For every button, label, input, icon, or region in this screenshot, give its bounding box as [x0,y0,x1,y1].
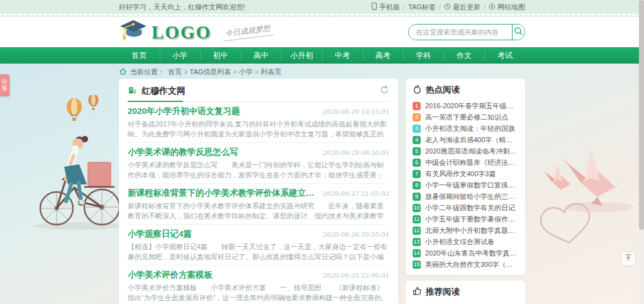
map-pin-icon [489,3,496,11]
rank-item-text: 老人与海读后感400字（精选3篇） [425,135,518,145]
rank-badge: 5 [413,147,421,155]
search-icon [514,26,523,38]
separator: / [403,3,405,11]
separator: / [484,3,486,11]
nav-item[interactable]: 中考 [322,47,363,64]
rank-list-item[interactable]: 2高一英语下册必修二知识点 [413,111,518,123]
nav-item[interactable]: 学科 [403,47,444,64]
scrollbar-track[interactable] [639,0,644,304]
rank-item-text: 高一英语下册必修二知识点 [425,113,508,122]
rank-item-text: 小学一年级寒假数学口算练习题三篇 [425,181,518,190]
topbar-link[interactable]: 网站地图 [489,3,525,12]
rank-badge: 10 [413,204,421,212]
search-button[interactable] [512,25,525,40]
rank-list-item[interactable]: 4老人与海读后感400字（精选3篇） [413,134,518,145]
nav-item[interactable]: 首页 [119,47,160,64]
rank-list-item[interactable]: 3小升初语文阅读：年轻的国旗 [413,123,518,134]
article-excerpt: 小学美术课的教学反思怎么写 美术是一门特别的学科，它能让学生学到绘画与制作的本领… [128,160,389,180]
article-title-link[interactable]: 新课程标准背景下的小学美术教学评价体系建立的实践与研究 [128,188,316,199]
hot-reading-card: 热点阅读 12016-2020年春学期五年级语文下期末模拟2高一英语下册必修二知… [406,79,525,275]
search-input[interactable] [409,25,512,40]
breadcrumb-separator: > [182,68,190,76]
clock-icon [444,3,451,11]
article-excerpt: 对于备战2017年小升初的同学来说,复习的好坏对小升初考试成绩的高低起着很大的影… [128,119,389,139]
article-title-link[interactable]: 小学美术课的教学反思怎么写 [128,147,238,158]
rank-item-text: 中级会计职称题库《经济法》检测题 [425,158,518,167]
site-logo[interactable]: LOGO 今日成就梦想 [119,19,273,45]
breadcrumb-link[interactable]: 首页 [168,68,182,76]
search-box [408,24,525,40]
rank-item-text: 小升初语文阅读：年轻的国旗 [425,124,515,133]
rank-list-item[interactable]: 9放暑假期间留给小学生的三年级英语作文范文 [413,191,518,202]
rank-list-item[interactable]: 7有关风雨作文400字3篇 [413,168,518,179]
nav-item[interactable]: 作文 [444,47,485,64]
article-item: 2020年小学升初中语文复习题2020-08-29 10:15:01对于备战20… [128,102,389,143]
rank-badge: 12 [413,227,421,235]
rank-badge: 9 [413,193,421,201]
nav-item[interactable]: 高中 [241,47,282,64]
rank-item-text: 美丽的大自然作文300字（精选3篇） [425,260,518,269]
rank-item-text: 2020雅思英语阅读临考冲刺试题附答案 [425,147,518,156]
nav-item[interactable]: 考试 [484,47,525,64]
rank-badge: 7 [413,170,421,178]
page-background: 分享 当前位置： 首页 > TAG信息列表 > 小学 > 列表页 [0,64,644,304]
article-item: 小学美术评价方案模板2020-08-25 22:00:01小学美术评价方案模板 … [128,266,389,304]
article-excerpt: 小学美术评价方案模板 小学美术评价方案 一、指导思想 《新课程标准》指出“为学生… [128,283,389,303]
rank-item-text: 北师大附中小升初数学真题汇编 [425,226,518,235]
rank-list-item[interactable]: 15美丽的大自然作文300字（精选3篇） [413,259,518,270]
article-excerpt: 【精选】小学观察日记4篇 转眼一天又过去了，这一天里，大家身边一定有一些有趣的见… [128,242,389,262]
rank-badge: 2 [413,113,421,121]
article-date: 2020-08-29 08:50:01 [323,149,389,156]
hot-reading-title: 热点阅读 [426,84,460,96]
heart-illustration [533,198,599,249]
list-title: 红穆作文网 [142,86,186,97]
breadcrumb-prefix: 当前位置： [130,67,165,77]
rank-badge: 6 [413,159,421,167]
hot-icon [413,84,422,96]
article-item: 小学美术课的教学反思怎么写2020-08-29 08:50:01小学美术课的教学… [128,143,389,184]
nav-item[interactable]: 高考 [363,47,404,64]
back-to-top-button[interactable] [621,251,636,266]
logo-text[interactable]: LOGO [152,22,211,43]
topbar-link[interactable]: 手机版 [371,3,400,12]
breadcrumb-link[interactable]: TAG信息列表 [190,68,231,76]
article-title-link[interactable]: 2020年小学升初中语文复习题 [128,106,240,117]
topbar-link[interactable]: TAG标签 [408,3,436,12]
topbar-link[interactable]: 最近更新 [444,3,480,12]
rank-badge: 15 [413,261,421,269]
rank-list-item[interactable]: 10小学二年级跟数学有关的日记 [413,202,518,213]
rank-item-text: 2016-2020年春学期五年级语文下期末模拟 [425,101,518,111]
thumbs-up-icon [413,286,422,298]
topbar: 好好学习，天天向上，红穆作文网欢迎您! 手机版/TAG标签/最近更新/网站地图 [0,0,644,14]
article-title-link[interactable]: 小学美术评价方案模板 [128,269,213,281]
rank-badge: 3 [413,125,421,133]
rank-list-item[interactable]: 142020年山东青岛中考数学真题（已公布） [413,247,518,259]
rank-list-item[interactable]: 8小学一年级寒假数学口算练习题三篇 [413,179,518,191]
hot-air-balloons-illustration [62,95,103,130]
arrow-to-top-icon [624,253,633,264]
rank-list-item[interactable]: 6中级会计职称题库《经济法》检测题 [413,157,518,168]
home-icon [119,67,127,77]
rank-list-item[interactable]: 12北师大附中小升初数学真题汇编 [413,225,518,236]
article-excerpt: 新课程标准背景下的小学美术教学评价体系建立的实践与研究 近年来，随着素质教育的不… [128,201,389,221]
refresh-icon[interactable] [380,85,389,97]
rank-list-item[interactable]: 12016-2020年春学期五年级语文下期末模拟 [413,100,518,111]
rank-item-text: 小学二年级跟数学有关的日记 [425,203,515,213]
rank-list-item[interactable]: 52020雅思英语阅读临考冲刺试题附答案 [413,145,518,157]
mobile-icon [371,3,377,11]
article-title-link[interactable]: 小学观察日记4篇 [128,228,192,240]
article-date: 2020-08-27 21:55:02 [323,190,389,197]
rank-item-text: 小学五年级下册数学暑假作业答案【20-61 [425,215,518,224]
nav-item[interactable]: 小升初 [281,47,322,64]
nav-item[interactable]: 小学 [160,47,201,64]
nav-item[interactable]: 初中 [200,47,241,64]
breadcrumb-link[interactable]: 小学 [239,68,253,76]
article-date: 2020-08-29 10:15:01 [323,108,389,115]
rank-list-item[interactable]: 13小升初语文综合测试卷 [413,236,518,247]
rank-list-item[interactable]: 11小学五年级下册数学暑假作业答案【20-61 [413,213,518,225]
slogan-text: 今日成就梦想 [222,23,274,42]
breadcrumb-link[interactable]: 列表页 [260,68,281,76]
separator: / [439,3,441,11]
share-tab[interactable]: 分享 [0,74,9,96]
scrollbar-thumb[interactable] [639,0,644,230]
